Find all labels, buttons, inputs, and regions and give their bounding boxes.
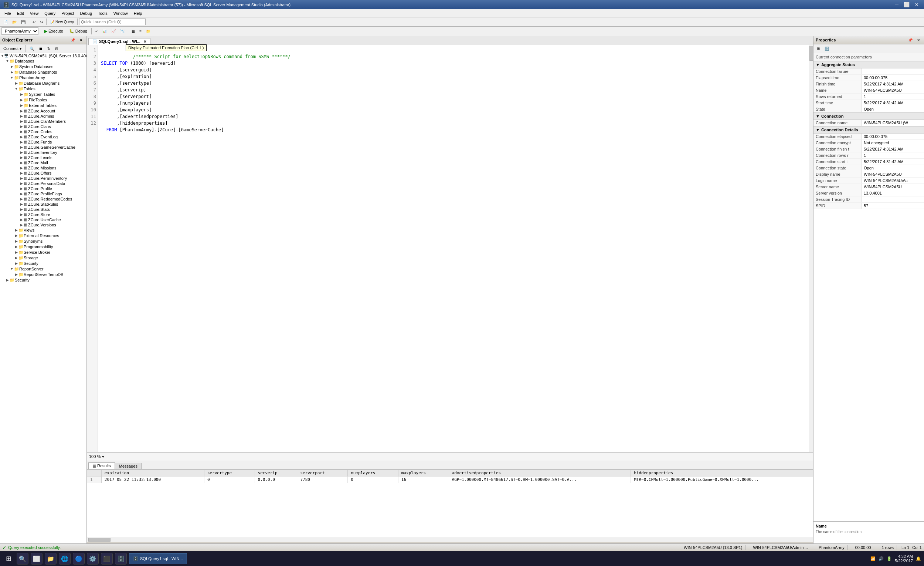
sb-expand[interactable]: ▶ (14, 250, 18, 254)
connection-collapse-icon[interactable]: ▼ (816, 114, 820, 118)
menu-edit[interactable]: Edit (14, 11, 27, 16)
expand-icon[interactable]: ▶ (19, 223, 24, 227)
results-grid[interactable]: expiration servertype serverip serverpor… (87, 470, 813, 537)
tree-table-zcure-stats[interactable]: ▶▦ZCure.Stats (0, 207, 87, 212)
quick-launch-input[interactable] (79, 18, 146, 25)
tree-snapshots[interactable]: ▶ 📁 Database Snapshots (0, 69, 87, 75)
expand-icon[interactable]: ▶ (19, 192, 24, 196)
systbl-expand[interactable]: ▶ (19, 92, 24, 96)
expand-icon[interactable]: ▶ (19, 187, 24, 191)
exttbl-expand[interactable]: ▶ (19, 104, 24, 107)
restore-button[interactable]: ⬜ (902, 2, 912, 8)
expand-icon[interactable]: ▶ (19, 140, 24, 144)
tree-table-zcure-inventory[interactable]: ▶▦ZCure.Inventory (0, 150, 87, 155)
table-row[interactable]: 1 2017-05-22 11:32:13.000 0 0.0.0.0 7780… (87, 476, 813, 483)
tree-databases-folder[interactable]: ▼ 📁 Databases (0, 59, 87, 64)
oe-close-button[interactable]: ✕ (78, 38, 84, 43)
include-stats-button[interactable]: 📉 (118, 29, 126, 34)
tree-external-resources[interactable]: ▶ 📁 External Resources (0, 233, 87, 239)
tree-phantomarmy-db[interactable]: ▼ 📁 PhantomArmy (0, 75, 87, 81)
results-tab[interactable]: ▦ Results (88, 462, 115, 469)
database-selector[interactable]: PhantomArmy (2, 27, 39, 35)
filetbl-expand[interactable]: ▶ (19, 98, 24, 102)
expand-icon[interactable]: ▶ (19, 213, 24, 217)
tree-table-zcure-usercache[interactable]: ▶▦ZCure.UserCache (0, 217, 87, 222)
menu-debug[interactable]: Debug (77, 11, 95, 16)
results-grid-button[interactable]: ▦ (130, 29, 137, 34)
oe-stop-button[interactable]: ⏹ (37, 46, 44, 51)
zoom-controls[interactable]: ▾ (102, 454, 104, 459)
redo-button[interactable]: ↪ (38, 19, 45, 25)
minimize-button[interactable]: ─ (893, 2, 901, 8)
expand-icon[interactable]: ▶ (19, 176, 24, 180)
tree-table-zcure-admins[interactable]: ▶▦ZCure.Admins (0, 114, 87, 119)
tree-table-zcure-codes[interactable]: ▶▦ZCure.Codes (0, 129, 87, 134)
sql-editor[interactable]: 1 2 3 4 5 6 7 8 9 10 11 12 /****** (87, 45, 813, 452)
tree-table-zcure-profileflags[interactable]: ▶▦ZCure.ProfileFlags (0, 191, 87, 196)
tree-table-zcure-perminventory[interactable]: ▶▦ZCure.PermInventory (0, 176, 87, 181)
tree-system-db[interactable]: ▶ 📁 System Databases (0, 64, 87, 69)
oe-filter-button[interactable]: 🔍 (28, 46, 36, 51)
tree-table-zcure-profile[interactable]: ▶▦ZCure.Profile (0, 186, 87, 191)
menu-tools[interactable]: Tools (95, 11, 111, 16)
results-file-button[interactable]: 📁 (144, 29, 152, 34)
menu-view[interactable]: View (27, 11, 42, 16)
menu-query[interactable]: Query (41, 11, 58, 16)
sql-query-tab[interactable]: 📄 SQLQuery1.sql - WI... ✕ (88, 38, 150, 45)
expand-icon[interactable]: ▶ (19, 135, 24, 139)
oe-refresh-button[interactable]: ↻ (45, 46, 52, 51)
tree-table-zcure-personaldata[interactable]: ▶▦ZCure.PersonalData (0, 181, 87, 186)
extres-expand[interactable]: ▶ (14, 234, 18, 238)
prog-expand[interactable]: ▶ (14, 245, 18, 248)
tree-table-zcure-gameservercache[interactable]: ▶▦ZCure.GameServerCache (0, 145, 87, 150)
new-query-button[interactable]: 📝 New Query (48, 19, 76, 25)
sql-code[interactable]: /****** Script for SelectTopNRows comman… (98, 45, 294, 452)
results-text-button[interactable]: ≡ (138, 29, 143, 34)
save-button[interactable]: 💾 (19, 19, 27, 25)
tree-security[interactable]: ▶ 📁 Security (0, 261, 87, 266)
tree-security-top[interactable]: ▶ 📁 Security (0, 277, 87, 283)
expand-icon[interactable]: ▶ (19, 156, 24, 160)
tree-table-zcure-eventlog[interactable]: ▶▦ZCure.EventLog (0, 134, 87, 140)
execute-button[interactable]: ▶ Execute (42, 28, 66, 35)
expand-icon[interactable]: ▶ (19, 197, 24, 201)
tree-server-node[interactable]: ▼ 🖥️ WIN-54PLCSM2A5U (SQL Server 13.0.40… (0, 53, 87, 59)
results-hscroll-thumb[interactable] (88, 538, 111, 542)
tree-db-diagrams[interactable]: ▶ 📁 Database Diagrams (0, 81, 87, 86)
expand-icon[interactable]: ▶ (19, 208, 24, 211)
server-expand-icon[interactable]: ▼ (1, 54, 4, 58)
tree-table-zcure-clanmembers[interactable]: ▶▦ZCure.ClanMembers (0, 119, 87, 124)
aggregate-collapse-icon[interactable]: ▼ (816, 63, 820, 67)
editor-scroll-thumb[interactable] (809, 46, 813, 61)
tree-table-zcure-missions[interactable]: ▶▦ZCure.Missions (0, 166, 87, 170)
tree-table-zcure-clans[interactable]: ▶▦ZCure.Clans (0, 124, 87, 129)
rs-expand[interactable]: ▼ (10, 267, 14, 271)
debug-button[interactable]: 🐛 Debug (66, 28, 90, 35)
tree-table-zcure-levels[interactable]: ▶▦ZCure.Levels (0, 155, 87, 160)
tab-close-icon[interactable]: ✕ (143, 39, 146, 44)
diagrams-expand[interactable]: ▶ (14, 81, 18, 85)
tree-service-broker[interactable]: ▶ 📁 Service Broker (0, 250, 87, 255)
snap-expand[interactable]: ▶ (10, 70, 14, 74)
tree-table-zcure-offers[interactable]: ▶▦ZCure.Offers (0, 170, 87, 176)
syn-expand[interactable]: ▶ (14, 239, 18, 243)
tree-storage[interactable]: ▶ 📁 Storage (0, 255, 87, 261)
expand-icon[interactable]: ▶ (19, 130, 24, 134)
tree-file-tables[interactable]: ▶ 📁 FileTables (0, 97, 87, 103)
sec-expand[interactable]: ▶ (14, 262, 18, 265)
oe-collapse-button[interactable]: ⊟ (53, 46, 60, 51)
sectop-expand[interactable]: ▶ (5, 278, 10, 282)
phantom-expand[interactable]: ▼ (10, 76, 14, 80)
results-hscrollbar[interactable] (87, 537, 813, 542)
expand-icon[interactable]: ▶ (19, 151, 24, 154)
expand-icon[interactable]: ▶ (19, 218, 24, 221)
tree-table-zcure-mail[interactable]: ▶▦ZCure.Mail (0, 160, 87, 166)
expand-icon[interactable]: ▶ (19, 202, 24, 206)
tree-table-zcure-redeemedcodes[interactable]: ▶▦ZCure.RedeemedCodes (0, 196, 87, 202)
tables-expand[interactable]: ▼ (14, 87, 18, 90)
tree-table-zcure-store[interactable]: ▶▦ZCure.Store (0, 212, 87, 217)
tree-programmability[interactable]: ▶ 📁 Programmability (0, 244, 87, 250)
tree-table-zcure-versions[interactable]: ▶▦ZCure.Versions (0, 222, 87, 227)
props-pin-button[interactable]: 📌 (906, 38, 914, 43)
estimated-plan-button[interactable]: 📊 (100, 29, 109, 34)
